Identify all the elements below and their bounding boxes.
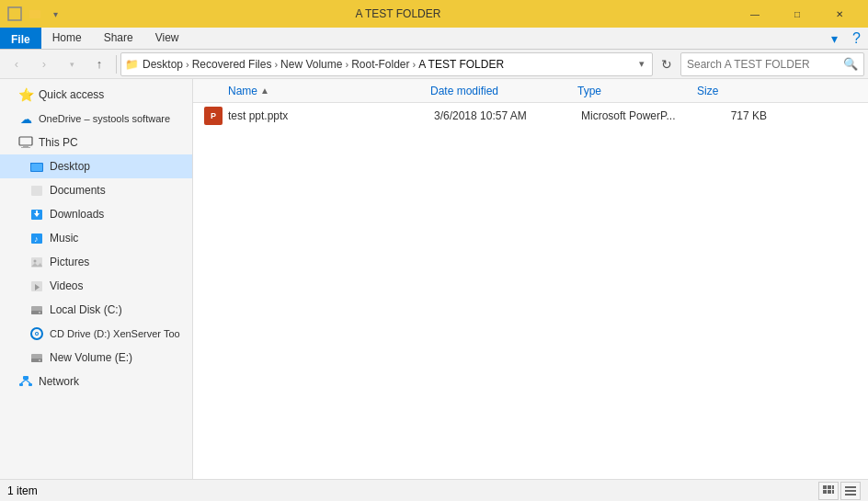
sidebar-item-quick-access[interactable]: ⭐ Quick access bbox=[0, 83, 192, 107]
status-text: 1 item bbox=[7, 484, 38, 497]
svg-rect-13 bbox=[36, 211, 38, 214]
svg-rect-30 bbox=[23, 376, 29, 380]
tab-home[interactable]: Home bbox=[41, 28, 93, 49]
sidebar-item-cd-drive[interactable]: CD Drive (D:) XenServer Too bbox=[0, 322, 192, 346]
tab-share[interactable]: Share bbox=[93, 28, 144, 49]
col-header-size[interactable]: Size bbox=[697, 85, 771, 97]
sidebar-label-cd-drive: CD Drive (D:) XenServer Too bbox=[50, 328, 180, 339]
sidebar-label-this-pc: This PC bbox=[39, 136, 78, 149]
address-crumb[interactable]: 📁 Desktop › Recovered Files › New Volume… bbox=[120, 52, 653, 76]
column-header: Name ▲ Date modified Type Size bbox=[193, 79, 868, 103]
pictures-icon bbox=[29, 255, 44, 269]
sidebar: ⭐ Quick access ☁ OneDrive – systools sof… bbox=[0, 79, 193, 479]
svg-line-34 bbox=[26, 380, 30, 383]
svg-rect-41 bbox=[845, 486, 856, 488]
file-date-0: 3/6/2018 10:57 AM bbox=[430, 109, 577, 122]
search-input[interactable] bbox=[687, 58, 839, 71]
content-area: ⭐ Quick access ☁ OneDrive – systools sof… bbox=[0, 79, 868, 479]
up-button[interactable]: ↑ bbox=[86, 52, 112, 76]
star-icon: ⭐ bbox=[18, 87, 33, 102]
svg-rect-38 bbox=[828, 490, 831, 494]
sidebar-item-documents[interactable]: Documents bbox=[0, 178, 192, 202]
back-button[interactable]: ‹ bbox=[4, 52, 29, 76]
sidebar-item-music[interactable]: ♪ Music bbox=[0, 226, 192, 250]
list-view-button[interactable] bbox=[818, 482, 839, 500]
crumb-icon: 📁 bbox=[125, 58, 139, 71]
toolbar-separator bbox=[116, 55, 117, 74]
search-box[interactable]: 🔍 bbox=[680, 52, 864, 76]
disk-icon bbox=[29, 302, 44, 317]
crumb-current[interactable]: A TEST FOLDER bbox=[418, 58, 504, 71]
svg-text:♪: ♪ bbox=[34, 234, 39, 244]
crumb-dropdown-btn[interactable]: ▾ bbox=[635, 58, 648, 70]
sidebar-item-videos[interactable]: Videos bbox=[0, 274, 192, 298]
svg-rect-36 bbox=[828, 485, 831, 489]
blank-icon-2 bbox=[28, 6, 42, 21]
computer-icon bbox=[18, 135, 33, 150]
svg-rect-8 bbox=[31, 164, 42, 171]
refresh-button[interactable]: ↻ bbox=[655, 52, 679, 76]
crumb-desktop[interactable]: Desktop bbox=[143, 58, 183, 71]
maximize-button[interactable]: □ bbox=[776, 0, 818, 28]
music-icon: ♪ bbox=[29, 231, 44, 245]
tab-file[interactable]: File bbox=[0, 28, 41, 49]
tab-view[interactable]: View bbox=[144, 28, 190, 49]
ribbon-expand-btn[interactable]: ▾ bbox=[824, 28, 845, 49]
crumb-arrow-3: › bbox=[345, 59, 348, 70]
crumb-arrow-4: › bbox=[412, 59, 416, 70]
sidebar-item-downloads[interactable]: Downloads bbox=[0, 202, 192, 226]
svg-point-29 bbox=[39, 359, 40, 361]
svg-rect-43 bbox=[845, 494, 856, 495]
new-volume-icon bbox=[29, 350, 44, 365]
svg-rect-28 bbox=[31, 359, 42, 362]
svg-rect-42 bbox=[845, 490, 856, 492]
search-icon: 🔍 bbox=[843, 57, 858, 71]
sidebar-item-network[interactable]: Network bbox=[0, 370, 192, 393]
detail-view-button[interactable] bbox=[840, 482, 861, 500]
svg-point-26 bbox=[36, 333, 38, 335]
cloud-icon: ☁ bbox=[18, 111, 33, 126]
forward-button[interactable]: › bbox=[31, 52, 57, 76]
recent-button[interactable]: ▾ bbox=[59, 52, 85, 76]
crumb-root[interactable]: Root-Folder bbox=[351, 58, 409, 71]
svg-rect-35 bbox=[823, 485, 827, 489]
col-header-name[interactable]: Name ▲ bbox=[200, 85, 430, 97]
sidebar-label-documents: Documents bbox=[50, 184, 106, 197]
sidebar-label-new-volume: New Volume (E:) bbox=[50, 351, 132, 364]
col-date-label: Date modified bbox=[430, 85, 498, 97]
crumb-newvol[interactable]: New Volume bbox=[280, 58, 342, 71]
status-bar: 1 item bbox=[0, 479, 868, 501]
sidebar-item-this-pc[interactable]: This PC bbox=[0, 131, 192, 154]
file-row-0[interactable]: P test ppt.pptx 3/6/2018 10:57 AM Micros… bbox=[193, 103, 868, 129]
pptx-icon: P bbox=[204, 107, 223, 125]
cd-icon bbox=[29, 326, 44, 341]
ribbon-tabs: File Home Share View ▾ ? bbox=[0, 28, 868, 50]
file-area: Name ▲ Date modified Type Size P bbox=[193, 79, 868, 479]
sidebar-item-pictures[interactable]: Pictures bbox=[0, 250, 192, 274]
crumb-recovered[interactable]: Recovered Files bbox=[192, 58, 272, 71]
downloads-icon bbox=[29, 207, 44, 222]
svg-rect-31 bbox=[19, 383, 23, 386]
file-size-0: 717 KB bbox=[697, 109, 771, 122]
col-header-type[interactable]: Type bbox=[577, 85, 697, 97]
desktop-folder-icon bbox=[29, 159, 44, 174]
close-button[interactable]: ✕ bbox=[818, 0, 861, 28]
minimize-button[interactable]: — bbox=[734, 0, 776, 28]
svg-rect-37 bbox=[823, 490, 827, 494]
file-list: P test ppt.pptx 3/6/2018 10:57 AM Micros… bbox=[193, 103, 868, 479]
sidebar-label-onedrive: OneDrive – systools software bbox=[39, 113, 170, 124]
svg-rect-22 bbox=[31, 311, 42, 314]
svg-rect-40 bbox=[832, 490, 834, 494]
help-icon[interactable]: ? bbox=[845, 28, 868, 49]
col-header-date[interactable]: Date modified bbox=[430, 85, 577, 97]
sidebar-item-desktop[interactable]: Desktop bbox=[0, 154, 192, 178]
svg-rect-2 bbox=[29, 10, 34, 13]
view-icons bbox=[818, 482, 861, 500]
sidebar-item-local-disk[interactable]: Local Disk (C:) bbox=[0, 298, 192, 322]
sidebar-item-onedrive[interactable]: ☁ OneDrive – systools software bbox=[0, 107, 192, 131]
svg-point-17 bbox=[34, 260, 37, 263]
window-title: A TEST FOLDER bbox=[63, 7, 734, 20]
sidebar-item-new-volume[interactable]: New Volume (E:) bbox=[0, 346, 192, 370]
crumb-arrow-1: › bbox=[186, 59, 189, 70]
col-name-label: Name bbox=[228, 85, 257, 97]
